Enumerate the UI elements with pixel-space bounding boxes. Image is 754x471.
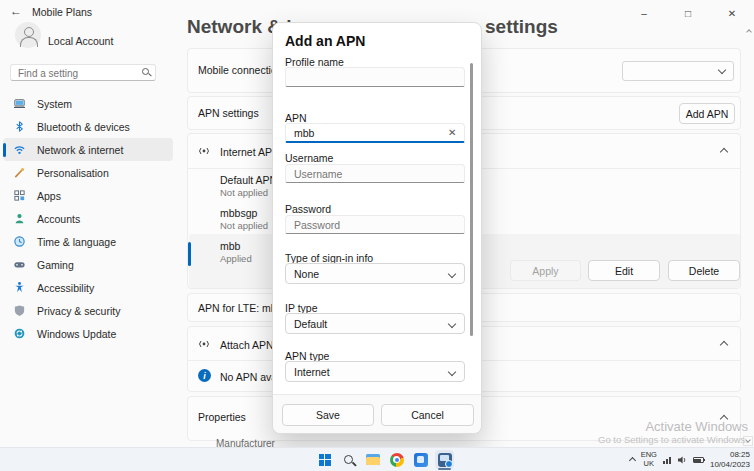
properties-label: Properties [198, 411, 246, 423]
sidebar-item-label: Time & language [37, 236, 116, 248]
cancel-button[interactable]: Cancel [381, 404, 474, 426]
back-button[interactable]: ← [10, 4, 22, 18]
close-button[interactable]: ✕ [710, 0, 754, 26]
add-apn-dialog: Add an APN Profile name APN Username Pas… [272, 22, 482, 434]
gamepad-icon [13, 258, 26, 271]
search-icon [344, 455, 353, 464]
delete-button[interactable]: Delete [668, 260, 740, 281]
taskbar-search-button[interactable] [339, 450, 358, 469]
maximize-button[interactable]: □ [666, 0, 710, 26]
page-title-right: settings [485, 16, 558, 38]
settings-window: ← Mobile Plans – □ ✕ Local Account Syste… [0, 0, 754, 471]
watermark-line1: Activate Windows [598, 419, 748, 434]
sidebar-item-time-language[interactable]: Time & language [3, 230, 173, 253]
profile-name-input[interactable] [285, 67, 465, 87]
dialog-footer: Save Cancel [273, 394, 481, 433]
apn-name: Default APN [220, 174, 277, 186]
sidebar-item-label: System [37, 98, 72, 110]
start-button[interactable] [315, 450, 334, 469]
edit-button[interactable]: Edit [588, 260, 660, 281]
sidebar-item-label: Accessibility [37, 282, 94, 294]
sidebar-item-windows-update[interactable]: Windows Update [3, 322, 173, 345]
clock-icon [13, 235, 26, 248]
sidebar-item-apps[interactable]: Apps [3, 184, 173, 207]
sidebar-item-network[interactable]: Network & internet [3, 138, 173, 161]
taskbar: ENG UK 08:25 10/04/2023 [0, 447, 754, 471]
system-icon [13, 97, 26, 110]
tray-date: 10/04/2023 [710, 460, 750, 470]
apn-status: Not applied [220, 220, 268, 231]
ip-type-value: Default [294, 318, 327, 330]
folder-icon [366, 454, 380, 465]
sidebar-item-label: Network & internet [37, 144, 123, 156]
connection-profile-dropdown[interactable] [622, 61, 734, 81]
watermark-line2: Go to Settings to activate Windows. [598, 434, 748, 445]
apply-button[interactable]: Apply [510, 260, 581, 281]
username-input[interactable] [285, 164, 465, 183]
sidebar-item-accessibility[interactable]: Accessibility [3, 276, 173, 299]
brush-icon [13, 166, 26, 179]
dialog-scrollbar[interactable] [470, 63, 473, 336]
sidebar-item-label: Gaming [37, 259, 74, 271]
broadcast-icon [196, 143, 212, 159]
add-apn-button[interactable]: Add APN [679, 103, 735, 124]
file-explorer-button[interactable] [363, 450, 382, 469]
apn-type-dropdown[interactable]: Internet [285, 361, 465, 382]
sidebar-item-label: Windows Update [37, 328, 116, 340]
apn-type-value: Internet [294, 366, 330, 378]
attach-apn-title: Attach APN [220, 339, 274, 351]
network-signal-icon[interactable] [663, 457, 671, 464]
update-icon [13, 327, 26, 340]
sidebar-item-label: Bluetooth & devices [37, 121, 130, 133]
account-name: Local Account [48, 35, 113, 47]
tray-chevron-up-icon[interactable] [629, 456, 636, 463]
sidebar-nav: System Bluetooth & devices Network & int… [3, 92, 173, 345]
password-input[interactable] [285, 215, 465, 234]
dialog-title: Add an APN [285, 33, 365, 49]
search-input[interactable] [10, 64, 156, 81]
app-title: Mobile Plans [32, 6, 92, 18]
accessibility-icon [13, 281, 26, 294]
mobile-plans-icon [438, 453, 452, 467]
app-icon [414, 453, 428, 467]
clear-input-icon[interactable]: ✕ [448, 127, 456, 138]
system-tray: ENG UK 08:25 10/04/2023 [630, 448, 750, 471]
sidebar-item-gaming[interactable]: Gaming [3, 253, 173, 276]
signin-type-value: None [294, 268, 319, 280]
chevron-down-icon [718, 66, 726, 74]
sidebar-item-privacy[interactable]: Privacy & security [3, 299, 173, 322]
sidebar-item-system[interactable]: System [3, 92, 173, 115]
chevron-down-icon [448, 320, 456, 328]
minimize-button[interactable]: – [622, 0, 666, 26]
internet-apn-title: Internet APN [220, 146, 280, 158]
battery-icon[interactable] [693, 457, 704, 463]
apn-status: Applied [220, 253, 252, 264]
apn-input[interactable] [285, 123, 465, 143]
apps-icon [13, 189, 26, 202]
chevron-down-icon [448, 368, 456, 376]
sidebar-item-personalisation[interactable]: Personalisation [3, 161, 173, 184]
ip-type-dropdown[interactable]: Default [285, 313, 465, 334]
clock[interactable]: 08:25 10/04/2023 [710, 450, 750, 469]
signin-type-dropdown[interactable]: None [285, 263, 465, 284]
scrollbar-up-arrow[interactable] [747, 30, 751, 34]
apn-name: mbbsgp [220, 207, 257, 219]
taskbar-icons [315, 450, 454, 469]
search-icon [142, 68, 149, 75]
selection-indicator [188, 242, 191, 266]
sidebar-item-bluetooth[interactable]: Bluetooth & devices [3, 115, 173, 138]
chevron-up-icon [720, 148, 728, 156]
window-controls: – □ ✕ [622, 0, 754, 26]
speaker-icon[interactable] [677, 455, 687, 465]
language-line2: UK [641, 460, 657, 469]
blue-app-button[interactable] [411, 450, 430, 469]
broadcast-icon [196, 336, 212, 352]
save-button[interactable]: Save [282, 404, 374, 426]
language-indicator[interactable]: ENG UK [641, 451, 657, 468]
mobile-plans-taskbar-button[interactable] [435, 450, 454, 469]
chrome-button[interactable] [387, 450, 406, 469]
sidebar-item-accounts[interactable]: Accounts [3, 207, 173, 230]
person-icon [13, 212, 26, 225]
tray-time: 08:25 [710, 450, 750, 460]
apn-settings-label: APN settings [198, 107, 259, 119]
